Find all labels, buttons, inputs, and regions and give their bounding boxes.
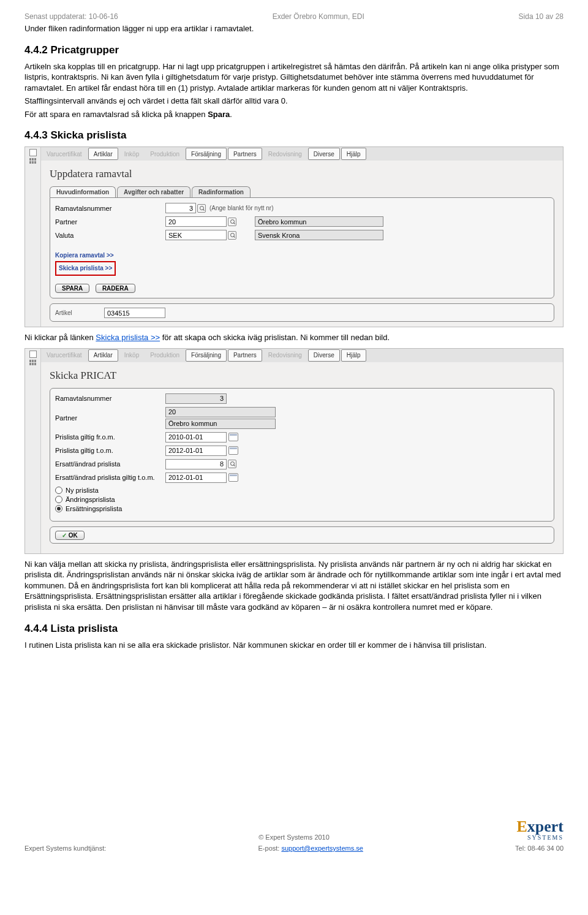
- header-right: Sida 10 av 28: [519, 12, 564, 21]
- menu-inkop[interactable]: Inköp: [119, 147, 145, 161]
- radio-ersattningsprislista[interactable]: [55, 505, 62, 512]
- intro-text: Under fliken radinformation lägger ni up…: [24, 23, 564, 34]
- section-443-title: 4.4.3 Skicka prislista: [24, 129, 564, 142]
- link-ref-skicka-prislista: Skicka prislista >>: [96, 333, 160, 342]
- bottom-pane: Artikel: [50, 303, 554, 322]
- menu-varucertifikat[interactable]: Varucertifikat: [41, 349, 88, 362]
- spara-button[interactable]: SPARA: [55, 284, 89, 293]
- input-partner[interactable]: [165, 216, 227, 227]
- result-paragraph: Ni kan välja mellan att skicka ny prisli…: [24, 559, 564, 613]
- input-giltig-tom[interactable]: [165, 446, 227, 456]
- calendar-icon[interactable]: [228, 433, 238, 441]
- menu-diverse[interactable]: Diverse: [308, 148, 340, 160]
- radio-ny-prislista[interactable]: [55, 487, 62, 494]
- spara-bold: Spara: [208, 110, 230, 119]
- display-partner-name: [165, 419, 276, 429]
- screenshot-skicka-pricat: Varucertifikat Artiklar Inköp Produktion…: [24, 348, 564, 554]
- home-icon[interactable]: [29, 351, 37, 358]
- home-icon[interactable]: [29, 149, 37, 156]
- section-442-p1: Artikeln ska kopplas till en pricatgrupp…: [24, 61, 564, 94]
- search-icon[interactable]: [228, 460, 236, 468]
- display-partner-code: [165, 407, 276, 417]
- menu-artiklar[interactable]: Artiklar: [88, 349, 118, 362]
- page-footer: Expert SYSTEMS © Expert Systems 2010 Exp…: [24, 833, 564, 852]
- highlight-box-skicka: Skicka prislista >>: [55, 261, 116, 276]
- app-page-title: Uppdatera ramavtal: [50, 168, 554, 180]
- link-skicka-prislista[interactable]: Skicka prislista >>: [59, 265, 112, 271]
- ok-button[interactable]: OK: [55, 531, 85, 540]
- page-header: Senast uppdaterat: 10-06-16 Exder Örebro…: [24, 12, 564, 21]
- menu-hjalp[interactable]: Hjälp: [341, 349, 366, 362]
- radio-label-ny: Ny prislista: [66, 487, 99, 494]
- menu-hjalp[interactable]: Hjälp: [341, 148, 366, 160]
- footer-left: Expert Systems kundtjänst:: [24, 845, 106, 852]
- section-442-p3: För att spara en ramavtalsrad så klicka …: [24, 109, 564, 120]
- search-icon[interactable]: [228, 218, 236, 226]
- label-valuta: Valuta: [55, 232, 165, 239]
- tab-avgifter[interactable]: Avgifter och rabatter: [117, 186, 190, 197]
- section-444-p1: I rutinen Lista prislista kan ni se alla…: [24, 640, 564, 651]
- menu-produktion[interactable]: Produktion: [145, 147, 185, 161]
- input-ersatt-tom[interactable]: [165, 473, 227, 483]
- tab-huvudinformation[interactable]: Huvudinformation: [50, 186, 116, 197]
- section-444-title: 4.4.4 Lista prislista: [24, 623, 564, 635]
- menu-forsaljning[interactable]: Försäljning: [186, 349, 227, 362]
- app-page-title: Skicka PRICAT: [50, 370, 554, 382]
- support-email-link[interactable]: support@expertsystems.se: [281, 845, 363, 852]
- link-kopiera-ramavtal[interactable]: Kopiera ramavtal >>: [55, 252, 114, 259]
- menu-inkop[interactable]: Inköp: [119, 349, 145, 362]
- label-ersatt: Ersatt/ändrad prislista: [55, 460, 165, 468]
- input-giltig-from[interactable]: [165, 432, 227, 442]
- screenshot-uppdatera-ramavtal: Varucertifikat Artiklar Inköp Produktion…: [24, 146, 564, 327]
- radio-andringsprislista[interactable]: [55, 496, 62, 503]
- tab-pane: Ramavtalsnummer (Ange blankt för nytt nr…: [50, 197, 554, 298]
- label-giltig-tom: Prislista giltig t.o.m.: [55, 447, 165, 454]
- calendar-icon[interactable]: [228, 473, 238, 482]
- expert-logo: Expert SYSTEMS: [516, 818, 564, 841]
- label-ramavtalsnummer: Ramavtalsnummer: [55, 205, 165, 212]
- app-menu: Varucertifikat Artiklar Inköp Produktion…: [41, 349, 563, 362]
- label-partner: Partner: [55, 414, 165, 422]
- app-menu: Varucertifikat Artiklar Inköp Produktion…: [41, 147, 563, 161]
- input-artikel[interactable]: [104, 308, 165, 318]
- menu-redovisning[interactable]: Redovisning: [263, 147, 307, 161]
- section-442-p2: Stafflingsintervall används ej och värde…: [24, 96, 564, 107]
- calendar-icon[interactable]: [228, 446, 238, 455]
- search-icon[interactable]: [228, 231, 236, 240]
- grid-icon[interactable]: [29, 158, 37, 164]
- menu-artiklar[interactable]: Artiklar: [88, 148, 118, 160]
- display-ramavtalsnummer: [165, 393, 227, 404]
- label-partner: Partner: [55, 218, 165, 226]
- menu-produktion[interactable]: Produktion: [145, 349, 185, 362]
- radera-button[interactable]: RADERA: [96, 284, 135, 293]
- footer-right: Tel: 08-46 34 00: [515, 845, 564, 852]
- radio-group-prislista-typ: Ny prislista Ändringsprislista Ersättnin…: [55, 487, 549, 512]
- button-bar: OK: [50, 526, 554, 544]
- radio-label-ersatt: Ersättningsprislista: [66, 505, 122, 512]
- header-center: Exder Örebro Kommun, EDI: [273, 12, 364, 21]
- menu-diverse[interactable]: Diverse: [308, 349, 340, 362]
- grid-icon[interactable]: [29, 360, 37, 365]
- footer-mid: E-post: support@expertsystems.se: [258, 845, 363, 852]
- menu-partners[interactable]: Partners: [228, 349, 262, 362]
- app-left-strip: [25, 349, 41, 553]
- app-left-strip: [25, 147, 41, 327]
- input-ersatt[interactable]: [165, 459, 227, 469]
- copyright: © Expert Systems 2010: [24, 833, 564, 841]
- section-443-after: Ni klickar på länken Skicka prislista >>…: [24, 332, 564, 343]
- label-giltig-from: Prislista giltig fr.o.m.: [55, 433, 165, 441]
- menu-partners[interactable]: Partners: [228, 148, 262, 160]
- menu-forsaljning[interactable]: Försäljning: [186, 148, 227, 160]
- input-ramavtalsnummer[interactable]: [165, 203, 196, 213]
- form-pane: Ramavtalsnummer Partner Prislista giltig: [50, 388, 554, 522]
- label-ersatt-tom: Ersatt/ändrad prislista giltig t.o.m.: [55, 474, 165, 481]
- section-442-title: 4.4.2 Pricatgrupper: [24, 44, 564, 56]
- input-valuta[interactable]: [165, 230, 227, 240]
- tab-radinformation[interactable]: Radinformation: [192, 186, 251, 197]
- display-partner-name: [255, 216, 383, 227]
- search-icon[interactable]: [197, 204, 206, 213]
- menu-redovisning[interactable]: Redovisning: [263, 349, 307, 362]
- hint-ramavtal: (Ange blankt för nytt nr): [209, 205, 274, 211]
- menu-varucertifikat[interactable]: Varucertifikat: [41, 147, 88, 161]
- header-left: Senast uppdaterat: 10-06-16: [24, 12, 118, 21]
